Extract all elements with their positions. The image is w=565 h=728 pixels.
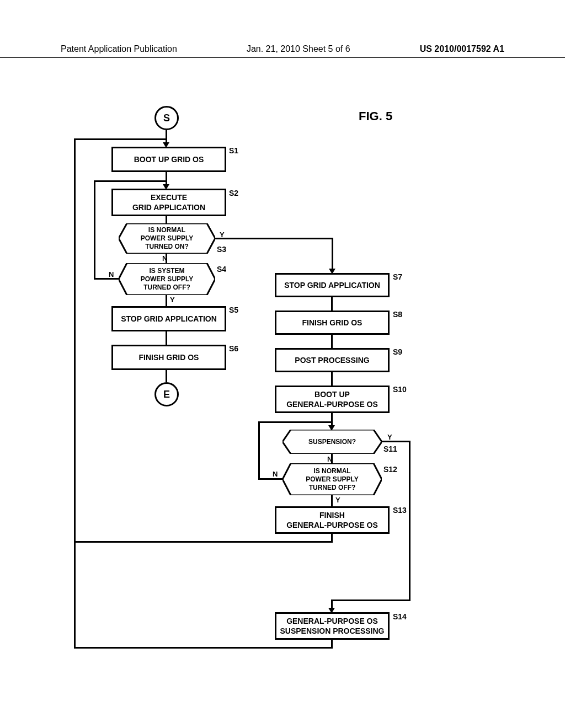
step-s7-text: STOP GRID APPLICATION (284, 280, 380, 290)
step-s3-text: IS NORMAL POWER SUPPLY TURNED ON? (141, 226, 194, 251)
s4-y-label: Y (170, 296, 175, 304)
step-s9-label: S9 (393, 347, 402, 356)
end-terminal: E (154, 382, 179, 406)
step-s12: IS NORMAL POWER SUPPLY TURNED OFF? (282, 463, 382, 495)
step-s4-text: IS SYSTEM POWER SUPPLY TURNED OFF? (141, 267, 194, 292)
step-s2: EXECUTE GRID APPLICATION (111, 189, 226, 216)
s4-n-label: N (109, 270, 114, 279)
step-s4-label: S4 (217, 265, 226, 274)
step-s1-text: BOOT UP GRID OS (134, 154, 204, 164)
s12-y-label: Y (335, 496, 340, 504)
step-s7: STOP GRID APPLICATION (275, 273, 390, 297)
step-s6-label: S6 (229, 344, 238, 353)
step-s9-text: POST PROCESSING (295, 355, 369, 365)
step-s11-label: S11 (383, 445, 397, 453)
step-s13: FINISH GENERAL-PURPOSE OS (275, 506, 390, 534)
s12-n-label: N (273, 470, 278, 478)
step-s13-text: FINISH GENERAL-PURPOSE OS (286, 510, 378, 530)
step-s10-label: S10 (393, 385, 407, 394)
header-right: US 2010/0017592 A1 (420, 44, 504, 54)
step-s3: IS NORMAL POWER SUPPLY TURNED ON? (119, 223, 215, 254)
step-s12-text: IS NORMAL POWER SUPPLY TURNED OFF? (306, 467, 359, 492)
step-s10-text: BOOT UP GENERAL-PURPOSE OS (286, 389, 378, 409)
step-s9: POST PROCESSING (275, 348, 390, 372)
step-s13-label: S13 (393, 506, 407, 515)
step-s1: BOOT UP GRID OS (111, 147, 226, 172)
step-s12-label: S12 (383, 465, 397, 474)
step-s8-text: FINISH GRID OS (302, 318, 363, 328)
step-s10: BOOT UP GENERAL-PURPOSE OS (275, 386, 390, 413)
header-center: Jan. 21, 2010 Sheet 5 of 6 (247, 44, 350, 54)
page-header: Patent Application Publication Jan. 21, … (0, 44, 565, 58)
step-s6: FINISH GRID OS (111, 345, 226, 370)
header-left: Patent Application Publication (61, 44, 177, 54)
step-s5: STOP GRID APPLICATION (111, 306, 226, 331)
step-s5-text: STOP GRID APPLICATION (121, 314, 217, 324)
figure-label: FIG. 5 (359, 109, 392, 124)
s11-y-label: Y (387, 433, 392, 441)
step-s1-label: S1 (229, 146, 238, 155)
step-s2-label: S2 (229, 189, 238, 197)
step-s8-label: S8 (393, 310, 402, 319)
step-s7-label: S7 (393, 272, 402, 281)
step-s3-label: S3 (217, 245, 226, 254)
step-s6-text: FINISH GRID OS (139, 352, 199, 362)
start-terminal: S (154, 106, 179, 130)
step-s5-label: S5 (229, 306, 238, 314)
step-s4: IS SYSTEM POWER SUPPLY TURNED OFF? (119, 263, 215, 295)
step-s11-text: SUSPENSION? (308, 438, 356, 446)
step-s14: GENERAL-PURPOSE OS SUSPENSION PROCESSING (275, 612, 390, 640)
step-s11: SUSPENSION? (282, 430, 382, 454)
step-s2-text: EXECUTE GRID APPLICATION (132, 192, 205, 212)
step-s14-label: S14 (393, 612, 407, 621)
step-s8: FINISH GRID OS (275, 311, 390, 335)
step-s14-text: GENERAL-PURPOSE OS SUSPENSION PROCESSING (280, 616, 384, 636)
